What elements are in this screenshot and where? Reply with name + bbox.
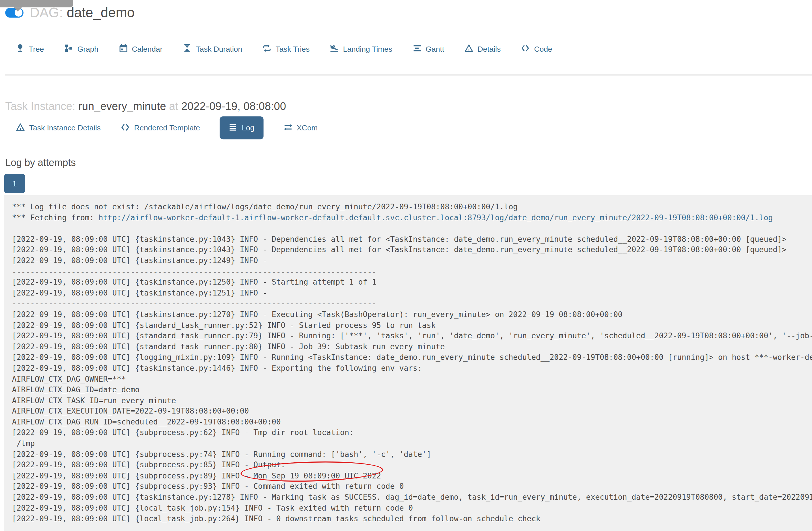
page-header: DAG: date_demo [5,4,812,20]
tab-gantt[interactable]: Gantt [412,44,444,54]
calendar-icon [119,44,128,54]
attempt-1-tab[interactable]: 1 [4,174,25,193]
tree-icon [16,44,25,54]
log-fetch-link[interactable]: http://airflow-worker-default-1.airflow-… [99,213,773,222]
task-instance-at: at [169,100,178,112]
tab-label: Landing Times [343,45,392,53]
tab-label: Rendered Template [134,124,200,132]
tab-task-instance-details[interactable]: Task Instance Details [16,122,101,133]
tab-label: Graph [77,45,98,53]
log-output: *** Log file does not exist: /stackable/… [4,195,812,525]
tooltip-caret [14,7,22,12]
tab-landing-times[interactable]: Landing Times [330,44,392,54]
tab-label: Gantt [426,45,445,53]
dag-view-tabs: Tree Graph Calendar Task Duration Task T… [0,41,812,57]
repeat-icon [263,44,272,54]
tab-tree[interactable]: Tree [16,44,44,54]
tab-label: Task Instance Details [29,124,101,132]
log-by-attempts-heading: Log by attempts [5,156,812,169]
task-instance-label: Task Instance: [5,100,75,112]
triangle-icon [16,122,25,133]
triangle-icon [465,44,474,54]
tab-log-active[interactable]: Log [220,116,263,139]
tab-label: Log [242,124,255,132]
gantt-bars-icon [412,44,421,54]
tab-label: Calendar [132,45,162,53]
tab-graph[interactable]: Graph [64,44,98,54]
task-instance-heading: Task Instance: run_every_minute at 2022-… [5,100,812,113]
plane-landing-icon [330,44,339,54]
tab-label: Details [477,45,501,53]
tab-task-duration[interactable]: Task Duration [183,44,242,54]
tab-calendar[interactable]: Calendar [119,44,162,54]
swap-arrows-icon [283,122,293,133]
task-instance-datetime: 2022-09-19, 08:08:00 [182,100,286,112]
tab-label: Task Duration [196,45,242,53]
tab-rendered-template[interactable]: Rendered Template [120,122,200,133]
tab-label: Code [534,45,552,53]
tab-label: Task Tries [275,45,309,53]
tab-label: Tree [29,45,44,53]
tab-xcom[interactable]: XCom [283,122,318,133]
code-icon [120,122,130,133]
tab-task-tries[interactable]: Task Tries [263,44,309,54]
log-panel: *** Log file does not exist: /stackable/… [4,195,812,531]
task-instance-tabs: Task Instance Details Rendered Template … [0,116,812,139]
task-instance-name: run_every_minute [78,100,166,112]
header-divider [5,74,812,75]
cutoff-tooltip [0,0,73,7]
tab-label: XCom [297,124,318,132]
tab-code[interactable]: Code [521,44,552,54]
airflow-task-log-page: DAG: date_demo Tree Graph Calendar [0,4,812,531]
list-lines-icon [229,123,237,133]
hourglass-icon [183,44,192,54]
dag-name: date_demo [67,4,134,20]
graph-icon [64,44,73,54]
tab-details[interactable]: Details [465,44,501,54]
code-icon [521,44,530,54]
